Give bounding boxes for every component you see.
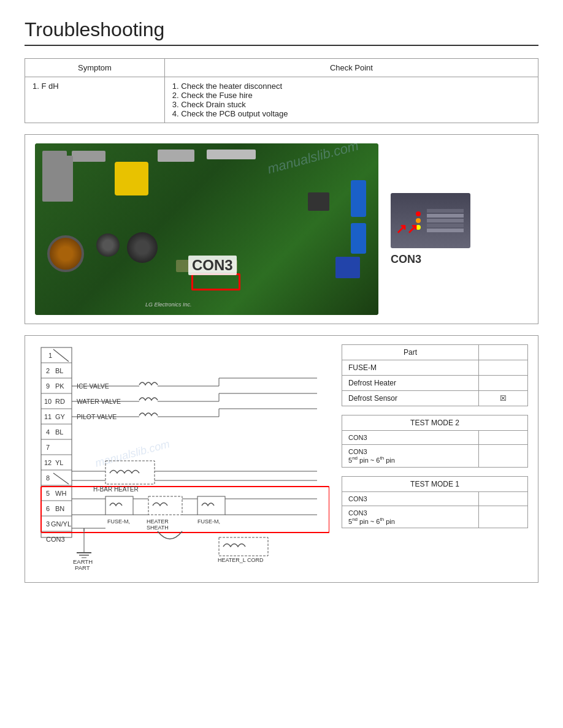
svg-text:CON3: CON3 (46, 536, 65, 543)
red-arrow-icon: ↗↗ (396, 221, 418, 237)
check-1: 1. Check the heater disconnect (172, 82, 530, 91)
part-value-sensor: ☒ (479, 391, 528, 406)
svg-text:10: 10 (44, 398, 52, 405)
test-mode1-row-1: CON3 (342, 491, 528, 506)
svg-text:GN/YL: GN/YL (51, 520, 71, 528)
checkpoint-header: Check Point (164, 59, 538, 77)
check-3: 3. Check Drain stuck (172, 100, 530, 109)
svg-text:HEATER_L CORD: HEATER_L CORD (218, 557, 264, 563)
test-mode2-table: TEST MODE 2 CON3 CON35nd pin ~ 6th pin (342, 415, 528, 468)
svg-text:12: 12 (44, 459, 52, 466)
svg-rect-65 (197, 496, 225, 515)
svg-text:WH: WH (55, 490, 66, 497)
svg-text:H-BAR HEATER: H-BAR HEATER (93, 486, 139, 493)
part-name-sensor: Defrost Sensor (342, 391, 479, 406)
svg-text:9: 9 (46, 382, 50, 390)
pcb-section: CON3 LG Electronics Inc. manualslib.com (25, 134, 538, 324)
svg-text:BN: BN (55, 505, 64, 512)
svg-line-4 (53, 349, 69, 362)
pcb-closeup-image: ↗↗ (391, 193, 470, 248)
test-mode2-header: TEST MODE 2 (342, 415, 528, 431)
svg-text:HEATER: HEATER (147, 518, 169, 525)
svg-line-27 (53, 473, 69, 484)
svg-text:RD: RD (55, 398, 65, 405)
test-mode1-table: TEST MODE 1 CON3 CON35nd pin ~ 6th pin (342, 476, 528, 529)
test-mode1-col1-2: CON35nd pin ~ 6th pin (342, 506, 479, 528)
test-mode2-row-2: CON35nd pin ~ 6th pin (342, 445, 528, 468)
svg-text:11: 11 (44, 413, 52, 420)
page-title: Troubleshooting (25, 18, 538, 46)
test-mode2-col2-1 (479, 431, 528, 445)
svg-text:2: 2 (46, 367, 50, 374)
con3-label-main: CON3 (188, 256, 237, 275)
check-4: 4. Check the PCB output voltage (172, 109, 530, 118)
svg-text:FUSE-M,: FUSE-M, (197, 518, 220, 525)
svg-text:8: 8 (46, 474, 50, 482)
svg-rect-60 (105, 496, 133, 515)
test-mode1-col2-1 (479, 491, 528, 506)
svg-text:PART: PART (75, 564, 90, 571)
symptom-cell: 1. F dH (25, 77, 165, 123)
check-2: 2. Check the Fuse hire (172, 91, 530, 100)
svg-text:BL: BL (55, 428, 63, 436)
test-mode1-row-2: CON35nd pin ~ 6th pin (342, 506, 528, 528)
test-mode2-row-1: CON3 (342, 431, 528, 445)
part-row-heater: Defrost Heater (342, 376, 528, 391)
test-mode1-col2-2 (479, 506, 528, 528)
parts-right-panel: Part FUSE-M Defrost Heater Defrost Senso… (342, 344, 528, 528)
wiring-diagram: manualslib.com 1 2 BL 9 PK 10 RD 11 GY 4… (35, 344, 329, 574)
test-mode2-col2-2 (479, 445, 528, 468)
svg-text:YL: YL (55, 459, 63, 466)
svg-text:3: 3 (46, 520, 50, 528)
test-mode1-header: TEST MODE 1 (342, 476, 528, 491)
symptom-header: Symptom (25, 59, 165, 77)
svg-text:1: 1 (48, 352, 52, 359)
part-value-heater (479, 376, 528, 391)
part-value-fuse (479, 360, 528, 376)
svg-rect-28 (41, 487, 329, 533)
part-value-header (479, 345, 528, 360)
lg-logo: LG Electronics Inc. (145, 301, 192, 308)
svg-text:5: 5 (46, 490, 50, 497)
svg-text:BL: BL (55, 367, 63, 374)
part-name-heater: Defrost Heater (342, 376, 479, 391)
part-row-fuse: FUSE-M (342, 360, 528, 376)
checkpoint-cell: 1. Check the heater disconnect 2. Check … (164, 77, 538, 123)
svg-text:4: 4 (46, 428, 50, 436)
part-header: Part (342, 345, 479, 360)
table-row: 1. F dH 1. Check the heater disconnect 2… (25, 77, 538, 123)
con3-label-side: CON3 (391, 253, 421, 266)
pcb-side-panel: ↗↗ CON3 (391, 193, 470, 266)
parts-table: Part FUSE-M Defrost Heater Defrost Senso… (342, 344, 528, 406)
part-row-sensor: Defrost Sensor ☒ (342, 391, 528, 406)
svg-text:7: 7 (46, 444, 50, 451)
test-mode1-col1-1: CON3 (342, 491, 479, 506)
trouble-table: Symptom Check Point 1. F dH 1. Check the… (25, 58, 538, 123)
watermark: manualslib.com (266, 143, 360, 177)
con3-highlight (191, 273, 240, 290)
svg-text:FUSE-M,: FUSE-M, (107, 518, 130, 525)
test-mode2-col1-2: CON35nd pin ~ 6th pin (342, 445, 479, 468)
part-name-fuse: FUSE-M (342, 360, 479, 376)
pcb-main-image: CON3 LG Electronics Inc. manualslib.com (35, 143, 378, 315)
svg-text:GY: GY (55, 413, 66, 420)
svg-rect-62 (148, 496, 182, 515)
test-mode2-col1-1: CON3 (342, 431, 479, 445)
wiring-section: manualslib.com 1 2 BL 9 PK 10 RD 11 GY 4… (25, 335, 538, 583)
svg-text:PK: PK (55, 382, 64, 390)
svg-text:SHEATH: SHEATH (147, 525, 169, 531)
svg-rect-83 (219, 537, 268, 556)
svg-text:6: 6 (46, 505, 50, 512)
